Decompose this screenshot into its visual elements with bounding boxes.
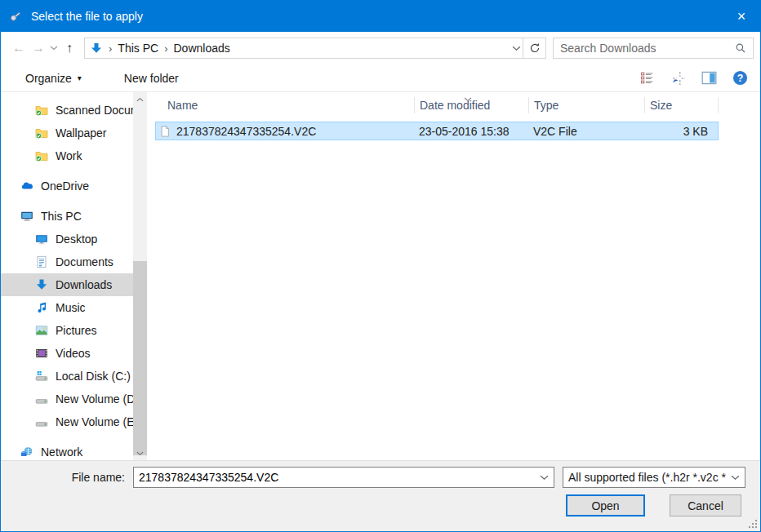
open-button-label: Open xyxy=(591,499,619,512)
file-row-selected[interactable]: 217837824347335254.V2C 23-05-2016 15:38 … xyxy=(155,122,719,140)
sidebar-item-label: Wallpaper xyxy=(56,126,107,140)
music-icon xyxy=(35,301,48,314)
sidebar-item-new-volume-d[interactable]: New Volume (D: xyxy=(1,388,133,410)
search-icon[interactable] xyxy=(735,42,746,54)
documents-icon xyxy=(35,255,48,268)
sidebar-item-videos[interactable]: Videos xyxy=(1,342,133,365)
open-button[interactable]: Open xyxy=(566,494,645,516)
sidebar-item-scanned-documents[interactable]: Scanned Docum xyxy=(1,99,133,122)
column-header-date-modified[interactable]: Date modified xyxy=(415,97,529,113)
sidebar-item-label: Local Disk (C:) xyxy=(56,370,131,383)
sidebar-gap xyxy=(1,433,133,441)
sidebar-item-label: Documents xyxy=(56,255,113,268)
sidebar-item-label: New Volume (D: xyxy=(56,392,133,406)
sidebar-item-label: This PC xyxy=(41,210,82,223)
new-folder-button[interactable]: New folder xyxy=(119,69,184,88)
address-dropdown-icon[interactable] xyxy=(512,46,521,51)
file-name-combobox xyxy=(133,467,554,488)
file-list-header: Name Date modified Type Size xyxy=(155,94,760,117)
breadcrumb-separator-icon: › xyxy=(158,42,173,55)
close-button[interactable]: × xyxy=(723,1,760,32)
back-button[interactable]: ← xyxy=(9,38,29,59)
file-name-cell: 217837824347335254.V2C xyxy=(156,125,414,138)
navigation-bar: ← → ↑ › This PC › Downloads xyxy=(1,32,760,64)
cancel-button-label: Cancel xyxy=(688,499,723,512)
search-box xyxy=(553,38,754,59)
sidebar-item-documents[interactable]: Documents xyxy=(1,250,133,273)
sidebar-item-this-pc[interactable]: This PC xyxy=(1,205,133,228)
new-folder-label: New folder xyxy=(124,72,179,85)
sidebar-item-label: Desktop xyxy=(56,233,97,246)
search-input[interactable] xyxy=(560,42,735,55)
sidebar-item-wallpaper[interactable]: Wallpaper xyxy=(1,122,133,144)
column-header-type[interactable]: Type xyxy=(529,97,645,113)
file-name-dropdown-icon[interactable] xyxy=(540,475,549,481)
sidebar-gap xyxy=(1,197,133,205)
sidebar-item-pictures[interactable]: Pictures xyxy=(1,319,133,342)
forward-arrow-icon: → xyxy=(32,41,45,55)
column-header-size[interactable]: Size xyxy=(645,97,719,113)
scrollbar-thumb[interactable] xyxy=(133,261,147,455)
cancel-button[interactable]: Cancel xyxy=(670,494,741,516)
network-icon xyxy=(20,446,33,459)
file-icon xyxy=(159,125,171,138)
sidebar-item-music[interactable]: Music xyxy=(1,296,133,319)
organize-label: Organize xyxy=(25,72,72,85)
file-type-dropdown-icon xyxy=(731,475,740,481)
recent-locations-button[interactable] xyxy=(48,46,60,51)
help-button[interactable]: ? xyxy=(731,69,749,87)
folder-tree-sidebar: Scanned Docum Wallpaper Work OneDrive Th… xyxy=(1,92,133,460)
organize-button[interactable]: Organize ▾ xyxy=(20,69,87,88)
sidebar-item-label: Videos xyxy=(56,347,91,360)
sidebar-gap xyxy=(1,167,133,175)
scrollbar-up-button[interactable] xyxy=(133,92,147,106)
sidebar-scrollbar[interactable] xyxy=(133,92,147,460)
file-list-area: Name Date modified Type Size 21783782434… xyxy=(147,92,760,460)
onedrive-cloud-icon xyxy=(20,180,33,193)
sidebar-item-downloads[interactable]: Downloads xyxy=(1,273,133,296)
sidebar-item-local-disk-c[interactable]: Local Disk (C:) xyxy=(1,365,133,388)
file-type-cell: V2C File xyxy=(528,125,644,138)
address-bar[interactable]: › This PC › Downloads xyxy=(84,38,523,59)
scrollbar-down-button[interactable] xyxy=(133,446,147,460)
breadcrumb-this-pc[interactable]: This PC xyxy=(118,42,158,55)
folder-sync-icon xyxy=(35,149,48,162)
sidebar-item-label: Scanned Docum xyxy=(56,104,133,117)
sidebar-item-label: Pictures xyxy=(56,324,97,337)
chevron-down-icon xyxy=(136,451,144,456)
column-header-name[interactable]: Name xyxy=(155,97,415,113)
file-date-cell: 23-05-2016 15:38 xyxy=(414,125,528,138)
sidebar-item-network[interactable]: Network xyxy=(1,441,133,460)
sort-indicator-icon xyxy=(464,91,472,104)
up-button[interactable]: ↑ xyxy=(60,38,79,59)
change-view-button[interactable] xyxy=(669,69,687,87)
preview-pane-icon xyxy=(701,71,717,85)
sidebar-item-work[interactable]: Work xyxy=(1,144,133,167)
close-icon: × xyxy=(737,8,746,25)
details-view-button[interactable] xyxy=(638,69,656,87)
file-name-input[interactable] xyxy=(139,471,540,484)
dialog-content: Scanned Docum Wallpaper Work OneDrive Th… xyxy=(1,92,760,460)
title-bar: Select the file to apply × xyxy=(1,1,760,32)
chevron-up-icon xyxy=(136,97,144,102)
preview-pane-button[interactable] xyxy=(700,69,718,87)
sidebar-item-new-volume-e[interactable]: New Volume (E:) xyxy=(1,410,133,433)
local-disk-c-icon xyxy=(35,370,48,383)
refresh-button[interactable] xyxy=(523,38,546,59)
downloads-icon xyxy=(35,278,48,291)
breadcrumb-downloads[interactable]: Downloads xyxy=(173,42,229,55)
sidebar-item-desktop[interactable]: Desktop xyxy=(1,228,133,250)
file-dialog-window: Select the file to apply × ← → ↑ › This … xyxy=(0,0,761,532)
refresh-icon xyxy=(529,42,541,54)
file-size-cell: 3 KB xyxy=(644,125,714,138)
file-type-filter-select[interactable]: All supported files (*.h2r *.v2c * xyxy=(563,467,745,488)
resize-grip[interactable] xyxy=(747,518,758,529)
sidebar-item-onedrive[interactable]: OneDrive xyxy=(1,175,133,197)
forward-button[interactable]: → xyxy=(29,38,48,59)
downloads-location-icon xyxy=(90,42,103,55)
pictures-icon xyxy=(35,324,48,337)
sidebar-item-label: New Volume (E:) xyxy=(56,415,133,428)
help-icon: ? xyxy=(732,70,748,86)
desktop-icon xyxy=(35,233,48,246)
file-type-filter-value: All supported files (*.h2r *.v2c * xyxy=(568,471,731,484)
